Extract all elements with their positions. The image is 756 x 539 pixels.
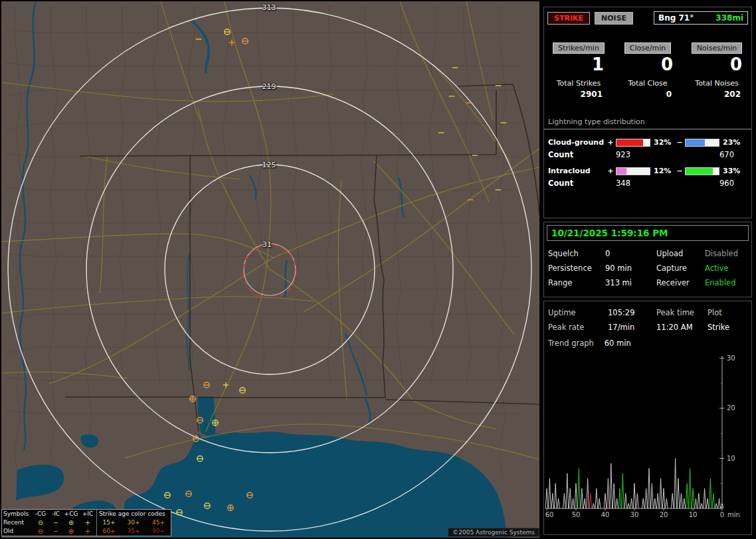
strike-mode-button[interactable]: STRIKE	[547, 12, 590, 25]
legend-col-ic-pos: +IC	[79, 510, 96, 518]
close-per-min-label: Close/min	[624, 42, 671, 54]
cg-negative-bar	[685, 139, 719, 147]
statistics-panel: STRIKE NOISE Bng 71° 338mi Strikes/min 1…	[543, 7, 752, 218]
cloud-ground-count-row: Count 923 670	[544, 149, 751, 165]
strikes-column: Strikes/min 1 Total Strikes 2901	[544, 40, 613, 99]
rate-stats: Strikes/min 1 Total Strikes 2901 Close/m…	[544, 40, 751, 99]
age-code-75: 75+	[121, 527, 145, 536]
trend-graph-label: Trend graph	[548, 339, 594, 348]
svg-text:20: 20	[660, 511, 668, 518]
cg-positive-bar	[616, 139, 650, 147]
svg-text:30: 30	[727, 354, 735, 362]
upload-status: Disabled	[705, 249, 751, 258]
ic-positive-pct: 12%	[650, 167, 674, 175]
cg-negative-bar-fill	[686, 139, 705, 146]
squelch-value: 0	[605, 249, 656, 258]
stormvue-window: 313 219 125 31 Symbols -CG -IC +CG +IC S…	[0, 0, 756, 539]
bearing-display: Bng 71° 338mi	[654, 11, 748, 25]
cloud-ground-row: Cloud-ground + 32% − 23%	[544, 136, 751, 149]
ic-positive-count: 348	[616, 179, 674, 188]
range-label: Range	[548, 278, 605, 287]
legend-symbols-header: Symbols	[2, 510, 33, 518]
strikes-per-min-value: 1	[544, 54, 613, 75]
cg-positive-old-icon: ⊕	[63, 527, 79, 536]
total-strikes-value: 2901	[544, 90, 613, 99]
svg-text:min: min	[727, 511, 740, 518]
bearing-value: Bng 71°	[658, 13, 694, 23]
cg-positive-pct: 32%	[650, 138, 674, 147]
svg-text:30: 30	[630, 511, 639, 518]
persistence-label: Persistence	[548, 264, 605, 273]
cg-positive-count: 923	[616, 150, 674, 159]
uptime-label: Uptime	[548, 308, 608, 317]
legend-col-ic-neg: -IC	[48, 510, 63, 518]
ic-negative-icon: −	[48, 518, 63, 527]
minus-sign: −	[674, 138, 685, 147]
cg-positive-bar-fill	[616, 139, 643, 146]
ic-negative-count: 960	[719, 179, 751, 188]
legend-row-recent: Recent	[2, 518, 33, 527]
map-legend: Symbols -CG -IC +CG +IC Strike age color…	[1, 509, 171, 536]
total-noises-value: 202	[682, 90, 751, 99]
total-close-value: 0	[613, 90, 682, 99]
cg-positive-icon: ⊕	[63, 518, 79, 527]
svg-text:50: 50	[572, 511, 581, 518]
svg-text:0: 0	[720, 511, 724, 518]
svg-text:40: 40	[601, 511, 610, 518]
uptime-value: 105:29	[608, 308, 656, 317]
cg-negative-icon: ⊖	[33, 518, 48, 527]
close-column: Close/min 0 Total Close 0	[613, 40, 682, 99]
strike-map[interactable]: 313 219 125 31 Symbols -CG -IC +CG +IC S…	[1, 1, 539, 538]
age-code-30: 30+	[121, 518, 145, 527]
strikes-per-min-label: Strikes/min	[553, 42, 605, 54]
ic-positive-icon: +	[79, 518, 96, 527]
plus-sign: +	[605, 138, 616, 147]
squelch-label: Squelch	[548, 249, 605, 258]
svg-text:60: 60	[545, 511, 554, 518]
intracloud-row: Intracloud + 12% − 33%	[544, 165, 751, 177]
persistence-value: 90 min	[605, 264, 656, 273]
svg-text:10: 10	[727, 455, 735, 462]
plus-sign: +	[605, 167, 616, 175]
peak-time-label: Peak time	[656, 308, 708, 317]
cg-negative-count: 670	[719, 150, 751, 159]
ic-positive-old-icon: +	[79, 527, 96, 536]
range-value: 313 mi	[605, 278, 656, 287]
legend-age-title: Strike age color codes	[96, 510, 171, 518]
peak-time-value: 11:20 AM	[656, 323, 708, 332]
svg-text:20: 20	[727, 404, 735, 412]
plot-label: Plot	[708, 308, 751, 317]
receiver-status: Enabled	[705, 278, 751, 287]
noise-mode-button[interactable]: NOISE	[595, 12, 633, 25]
close-per-min-value: 0	[613, 54, 682, 75]
ic-negative-bar-fill	[686, 168, 713, 175]
copyright-note: ©2005 Astrogenic Systems	[448, 528, 539, 537]
ic-positive-bar-fill	[616, 168, 626, 175]
total-strikes-label: Total Strikes	[544, 79, 613, 88]
legend-col-cg-neg: -CG	[33, 510, 48, 518]
trend-graph-header: Trend graph 60 min	[544, 332, 751, 348]
noises-per-min-label: Noises/min	[692, 42, 743, 54]
datetime-display: 10/21/2025 1:59:16 PM	[547, 225, 749, 241]
cg-negative-pct: 23%	[719, 138, 751, 147]
status-panel: 10/21/2025 1:59:16 PM Squelch 0 Upload D…	[543, 222, 752, 297]
minus-sign: −	[674, 167, 685, 175]
capture-status: Active	[705, 264, 751, 273]
peak-rate-value: 17/min	[608, 323, 656, 332]
cg-negative-old-icon: ⊖	[33, 527, 48, 536]
trend-graph-plot: 1020306050403020100min	[544, 352, 751, 523]
total-close-label: Total Close	[613, 79, 682, 88]
receiver-label: Receiver	[656, 278, 705, 287]
count-label: Count	[548, 150, 605, 159]
ic-negative-pct: 33%	[719, 167, 751, 175]
age-code-60: 60+	[96, 527, 121, 536]
total-noises-label: Total Noises	[682, 79, 751, 88]
sidebar: STRIKE NOISE Bng 71° 338mi Strikes/min 1…	[543, 0, 753, 539]
svg-text:10: 10	[689, 511, 698, 518]
trend-panel: Uptime 105:29 Peak time Plot Peak rate 1…	[543, 301, 752, 535]
cloud-ground-label: Cloud-ground	[548, 138, 605, 147]
trend-window-value: 60 min	[605, 339, 631, 348]
upload-label: Upload	[656, 249, 705, 258]
lightning-type-distribution: Lightning type distribution Cloud-ground…	[544, 116, 751, 193]
noises-column: Noises/min 0 Total Noises 202	[682, 40, 751, 99]
